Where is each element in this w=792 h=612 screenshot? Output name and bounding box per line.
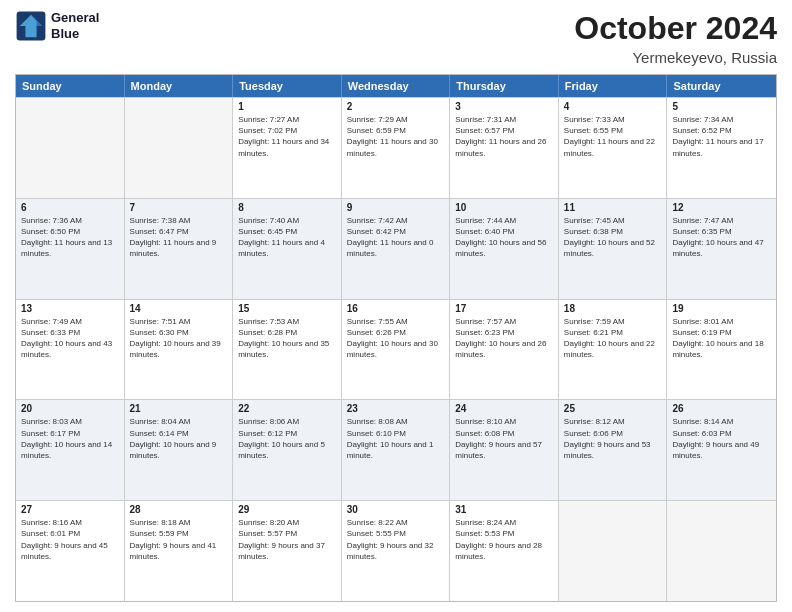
day-info: Sunrise: 7:53 AM Sunset: 6:28 PM Dayligh…	[238, 316, 336, 361]
calendar-cell: 3Sunrise: 7:31 AM Sunset: 6:57 PM Daylig…	[450, 98, 559, 198]
day-number: 29	[238, 504, 336, 515]
calendar-cell: 11Sunrise: 7:45 AM Sunset: 6:38 PM Dayli…	[559, 199, 668, 299]
calendar-cell: 7Sunrise: 7:38 AM Sunset: 6:47 PM Daylig…	[125, 199, 234, 299]
day-info: Sunrise: 7:45 AM Sunset: 6:38 PM Dayligh…	[564, 215, 662, 260]
day-info: Sunrise: 7:55 AM Sunset: 6:26 PM Dayligh…	[347, 316, 445, 361]
day-info: Sunrise: 7:31 AM Sunset: 6:57 PM Dayligh…	[455, 114, 553, 159]
day-number: 22	[238, 403, 336, 414]
calendar-week-4: 20Sunrise: 8:03 AM Sunset: 6:17 PM Dayli…	[16, 399, 776, 500]
day-info: Sunrise: 8:04 AM Sunset: 6:14 PM Dayligh…	[130, 416, 228, 461]
calendar-cell: 29Sunrise: 8:20 AM Sunset: 5:57 PM Dayli…	[233, 501, 342, 601]
day-number: 15	[238, 303, 336, 314]
day-number: 6	[21, 202, 119, 213]
day-info: Sunrise: 7:59 AM Sunset: 6:21 PM Dayligh…	[564, 316, 662, 361]
day-number: 10	[455, 202, 553, 213]
month-title: October 2024	[574, 10, 777, 47]
day-info: Sunrise: 7:29 AM Sunset: 6:59 PM Dayligh…	[347, 114, 445, 159]
day-info: Sunrise: 7:38 AM Sunset: 6:47 PM Dayligh…	[130, 215, 228, 260]
day-info: Sunrise: 8:08 AM Sunset: 6:10 PM Dayligh…	[347, 416, 445, 461]
day-number: 28	[130, 504, 228, 515]
header: General Blue October 2024 Yermekeyevo, R…	[15, 10, 777, 66]
calendar-cell: 12Sunrise: 7:47 AM Sunset: 6:35 PM Dayli…	[667, 199, 776, 299]
calendar-cell	[559, 501, 668, 601]
day-number: 9	[347, 202, 445, 213]
header-day-saturday: Saturday	[667, 75, 776, 97]
calendar-week-3: 13Sunrise: 7:49 AM Sunset: 6:33 PM Dayli…	[16, 299, 776, 400]
logo-line2: Blue	[51, 26, 99, 42]
day-info: Sunrise: 8:10 AM Sunset: 6:08 PM Dayligh…	[455, 416, 553, 461]
day-number: 3	[455, 101, 553, 112]
logo: General Blue	[15, 10, 99, 42]
day-number: 1	[238, 101, 336, 112]
calendar-cell: 31Sunrise: 8:24 AM Sunset: 5:53 PM Dayli…	[450, 501, 559, 601]
calendar-cell: 14Sunrise: 7:51 AM Sunset: 6:30 PM Dayli…	[125, 300, 234, 400]
day-number: 8	[238, 202, 336, 213]
day-info: Sunrise: 7:40 AM Sunset: 6:45 PM Dayligh…	[238, 215, 336, 260]
day-number: 21	[130, 403, 228, 414]
calendar-cell: 17Sunrise: 7:57 AM Sunset: 6:23 PM Dayli…	[450, 300, 559, 400]
day-info: Sunrise: 7:33 AM Sunset: 6:55 PM Dayligh…	[564, 114, 662, 159]
day-info: Sunrise: 7:27 AM Sunset: 7:02 PM Dayligh…	[238, 114, 336, 159]
day-number: 19	[672, 303, 771, 314]
day-info: Sunrise: 8:12 AM Sunset: 6:06 PM Dayligh…	[564, 416, 662, 461]
calendar-header: SundayMondayTuesdayWednesdayThursdayFrid…	[16, 75, 776, 97]
day-number: 18	[564, 303, 662, 314]
day-number: 4	[564, 101, 662, 112]
calendar-cell: 4Sunrise: 7:33 AM Sunset: 6:55 PM Daylig…	[559, 98, 668, 198]
day-info: Sunrise: 8:01 AM Sunset: 6:19 PM Dayligh…	[672, 316, 771, 361]
day-info: Sunrise: 7:44 AM Sunset: 6:40 PM Dayligh…	[455, 215, 553, 260]
logo-line1: General	[51, 10, 99, 26]
calendar-cell: 20Sunrise: 8:03 AM Sunset: 6:17 PM Dayli…	[16, 400, 125, 500]
header-day-tuesday: Tuesday	[233, 75, 342, 97]
day-number: 16	[347, 303, 445, 314]
calendar-cell: 28Sunrise: 8:18 AM Sunset: 5:59 PM Dayli…	[125, 501, 234, 601]
calendar-cell: 25Sunrise: 8:12 AM Sunset: 6:06 PM Dayli…	[559, 400, 668, 500]
calendar-cell: 13Sunrise: 7:49 AM Sunset: 6:33 PM Dayli…	[16, 300, 125, 400]
calendar-cell: 6Sunrise: 7:36 AM Sunset: 6:50 PM Daylig…	[16, 199, 125, 299]
calendar-cell: 8Sunrise: 7:40 AM Sunset: 6:45 PM Daylig…	[233, 199, 342, 299]
day-info: Sunrise: 8:24 AM Sunset: 5:53 PM Dayligh…	[455, 517, 553, 562]
day-number: 31	[455, 504, 553, 515]
day-info: Sunrise: 8:18 AM Sunset: 5:59 PM Dayligh…	[130, 517, 228, 562]
calendar-cell: 16Sunrise: 7:55 AM Sunset: 6:26 PM Dayli…	[342, 300, 451, 400]
day-number: 2	[347, 101, 445, 112]
calendar-cell: 24Sunrise: 8:10 AM Sunset: 6:08 PM Dayli…	[450, 400, 559, 500]
day-number: 14	[130, 303, 228, 314]
page: General Blue October 2024 Yermekeyevo, R…	[0, 0, 792, 612]
day-number: 24	[455, 403, 553, 414]
day-number: 30	[347, 504, 445, 515]
calendar-cell: 5Sunrise: 7:34 AM Sunset: 6:52 PM Daylig…	[667, 98, 776, 198]
day-info: Sunrise: 7:57 AM Sunset: 6:23 PM Dayligh…	[455, 316, 553, 361]
day-number: 13	[21, 303, 119, 314]
logo-text: General Blue	[51, 10, 99, 41]
day-info: Sunrise: 8:14 AM Sunset: 6:03 PM Dayligh…	[672, 416, 771, 461]
day-number: 23	[347, 403, 445, 414]
calendar-cell: 27Sunrise: 8:16 AM Sunset: 6:01 PM Dayli…	[16, 501, 125, 601]
calendar-cell: 10Sunrise: 7:44 AM Sunset: 6:40 PM Dayli…	[450, 199, 559, 299]
day-info: Sunrise: 8:16 AM Sunset: 6:01 PM Dayligh…	[21, 517, 119, 562]
calendar-week-1: 1Sunrise: 7:27 AM Sunset: 7:02 PM Daylig…	[16, 97, 776, 198]
day-info: Sunrise: 7:47 AM Sunset: 6:35 PM Dayligh…	[672, 215, 771, 260]
day-number: 5	[672, 101, 771, 112]
calendar-cell	[667, 501, 776, 601]
day-number: 7	[130, 202, 228, 213]
calendar-week-5: 27Sunrise: 8:16 AM Sunset: 6:01 PM Dayli…	[16, 500, 776, 601]
calendar-cell: 26Sunrise: 8:14 AM Sunset: 6:03 PM Dayli…	[667, 400, 776, 500]
day-info: Sunrise: 7:36 AM Sunset: 6:50 PM Dayligh…	[21, 215, 119, 260]
day-number: 20	[21, 403, 119, 414]
location-title: Yermekeyevo, Russia	[574, 49, 777, 66]
day-info: Sunrise: 8:03 AM Sunset: 6:17 PM Dayligh…	[21, 416, 119, 461]
day-number: 17	[455, 303, 553, 314]
day-number: 26	[672, 403, 771, 414]
day-info: Sunrise: 7:34 AM Sunset: 6:52 PM Dayligh…	[672, 114, 771, 159]
day-info: Sunrise: 8:06 AM Sunset: 6:12 PM Dayligh…	[238, 416, 336, 461]
day-info: Sunrise: 7:51 AM Sunset: 6:30 PM Dayligh…	[130, 316, 228, 361]
calendar: SundayMondayTuesdayWednesdayThursdayFrid…	[15, 74, 777, 602]
calendar-week-2: 6Sunrise: 7:36 AM Sunset: 6:50 PM Daylig…	[16, 198, 776, 299]
calendar-cell	[16, 98, 125, 198]
header-day-wednesday: Wednesday	[342, 75, 451, 97]
day-info: Sunrise: 7:42 AM Sunset: 6:42 PM Dayligh…	[347, 215, 445, 260]
calendar-cell	[125, 98, 234, 198]
header-day-thursday: Thursday	[450, 75, 559, 97]
calendar-cell: 18Sunrise: 7:59 AM Sunset: 6:21 PM Dayli…	[559, 300, 668, 400]
